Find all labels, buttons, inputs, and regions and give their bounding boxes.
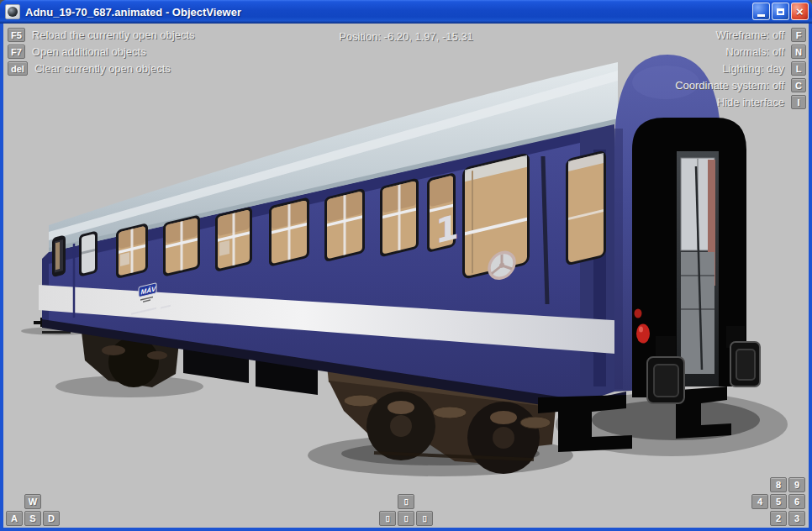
key-s: S bbox=[24, 511, 41, 526]
carriage-window bbox=[324, 188, 365, 262]
app-icon bbox=[5, 4, 20, 19]
titlebar[interactable]: Adnu_19-70_687.animated - ObjectViewer × bbox=[0, 0, 812, 24]
key-8: 8 bbox=[770, 477, 787, 492]
carriage-window bbox=[380, 177, 419, 257]
help-row: Lighting: day L bbox=[722, 61, 806, 76]
minimize-icon bbox=[757, 14, 765, 17]
class-marker: 1 bbox=[435, 207, 459, 252]
key-2: 2 bbox=[770, 511, 787, 526]
help-row: Normals: off N bbox=[725, 45, 806, 59]
key-f7: F7 bbox=[8, 45, 25, 59]
help-row: F7 Open additional objects bbox=[8, 45, 195, 59]
help-row: Coordinate system: off C bbox=[675, 78, 806, 92]
key-9: 9 bbox=[788, 477, 805, 492]
arrow-left-key: ▯ bbox=[379, 511, 396, 526]
key-d: D bbox=[43, 511, 60, 526]
gangway-door bbox=[681, 158, 715, 374]
key-5: 5 bbox=[770, 494, 787, 509]
help-row: Hide interface I bbox=[717, 95, 806, 109]
key-f: F bbox=[791, 28, 806, 42]
carriage-window bbox=[163, 214, 200, 276]
arrow-up-key: ▯ bbox=[398, 494, 414, 509]
objectviewer-window: Adnu_19-70_687.animated - ObjectViewer × bbox=[0, 0, 812, 531]
key-3: 3 bbox=[788, 511, 805, 526]
help-row: Wireframe: off F bbox=[716, 28, 806, 42]
maximize-button[interactable] bbox=[772, 3, 789, 20]
carriage-window bbox=[215, 207, 252, 272]
carriage-window bbox=[79, 230, 98, 276]
window-controls: × bbox=[752, 3, 809, 20]
key-i: I bbox=[791, 95, 806, 109]
carriage-window bbox=[566, 150, 606, 266]
key-4: 4 bbox=[751, 494, 768, 509]
close-button[interactable]: × bbox=[791, 3, 809, 20]
key-n: N bbox=[791, 45, 806, 59]
carriage-window bbox=[116, 223, 148, 279]
numpad-keys: 8 9 4 5 6 2 3 bbox=[751, 477, 805, 526]
minimize-button[interactable] bbox=[752, 3, 770, 20]
key-del: del bbox=[8, 61, 28, 76]
window-title: Adnu_19-70_687.animated - ObjectViewer bbox=[25, 6, 241, 18]
viewport-3d[interactable]: 1 bbox=[3, 24, 809, 528]
wasd-keys: W A S D bbox=[6, 494, 60, 526]
arrow-right-key: ▯ bbox=[416, 511, 433, 526]
key-c: C bbox=[791, 78, 806, 92]
key-6: 6 bbox=[788, 494, 805, 509]
key-l: L bbox=[791, 61, 806, 76]
help-panel-right: Wireframe: off F Normals: off N Lighting… bbox=[675, 28, 806, 109]
carriage-window bbox=[52, 234, 66, 277]
help-row: del Clear currently open objects bbox=[8, 61, 195, 76]
buffer-right bbox=[730, 342, 760, 386]
gangway bbox=[632, 118, 746, 397]
buffer-left bbox=[647, 357, 684, 403]
arrow-keys: ▯ ▯ ▯ ▯ bbox=[379, 494, 433, 526]
key-w: W bbox=[24, 494, 41, 509]
carriage-window bbox=[269, 197, 309, 266]
close-icon: × bbox=[796, 5, 804, 18]
maximize-icon bbox=[777, 8, 784, 15]
arrow-down-key: ▯ bbox=[398, 511, 414, 526]
key-a: A bbox=[6, 511, 23, 526]
